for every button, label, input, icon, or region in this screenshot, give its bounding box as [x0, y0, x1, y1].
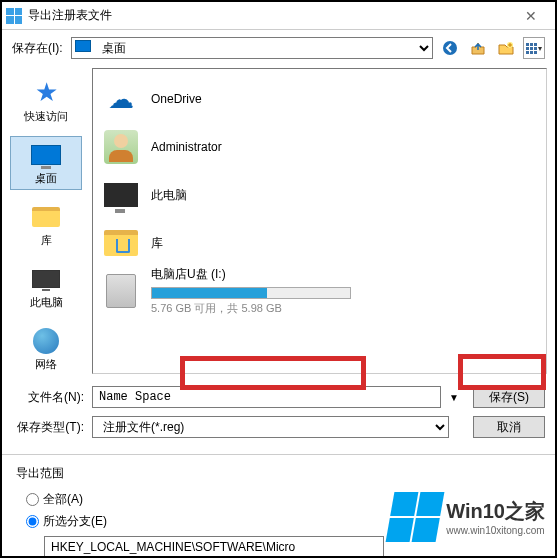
sidebar-item-label: 快速访问	[24, 109, 68, 124]
view-menu-button[interactable]: ▾	[523, 37, 545, 59]
star-icon: ★	[35, 77, 58, 108]
list-item[interactable]: 此电脑	[93, 171, 546, 219]
watermark: Win10之家 www.win10xitong.com	[390, 492, 545, 542]
sidebar-item-label: 库	[41, 233, 52, 248]
sidebar-item-label: 网络	[35, 357, 57, 372]
library-icon	[104, 230, 138, 256]
sidebar-item-label: 桌面	[35, 171, 57, 186]
sidebar-item-network[interactable]: 网络	[10, 322, 82, 376]
radio-branch-input[interactable]	[26, 515, 39, 528]
user-icon	[104, 130, 138, 164]
item-label: 此电脑	[151, 187, 187, 204]
window-title: 导出注册表文件	[28, 7, 511, 24]
disk-usage-bar	[151, 287, 351, 299]
desktop-icon	[31, 145, 61, 165]
item-label: 电脑店U盘 (I:)	[151, 266, 351, 283]
network-icon	[33, 328, 59, 354]
main-area: ★ 快速访问 桌面 库 此电脑 网络 ☁ OneDrive Administra…	[2, 66, 555, 376]
filetype-label: 保存类型(T):	[12, 419, 84, 436]
filename-input[interactable]	[92, 386, 441, 408]
folder-icon	[32, 207, 60, 227]
group-title: 导出范围	[16, 465, 541, 482]
sidebar-item-desktop[interactable]: 桌面	[10, 136, 82, 190]
list-item[interactable]: 电脑店U盘 (I:) 5.76 GB 可用，共 5.98 GB	[93, 267, 546, 315]
onedrive-icon: ☁	[108, 84, 134, 115]
watermark-url: www.win10xitong.com	[446, 525, 544, 536]
sidebar-item-libraries[interactable]: 库	[10, 198, 82, 252]
item-label: OneDrive	[151, 92, 202, 106]
save-in-label: 保存在(I):	[12, 40, 63, 57]
item-label: 库	[151, 235, 163, 252]
close-button[interactable]: ✕	[511, 2, 551, 30]
windows-logo-icon	[386, 492, 445, 542]
computer-icon	[32, 270, 60, 288]
svg-point-0	[443, 41, 457, 55]
titlebar: 导出注册表文件 ✕	[2, 2, 555, 30]
save-in-select[interactable]: 桌面	[71, 37, 433, 59]
cancel-button[interactable]: 取消	[473, 416, 545, 438]
filename-label: 文件名(N):	[12, 389, 84, 406]
item-label: Administrator	[151, 140, 222, 154]
chevron-down-icon: ▾	[538, 44, 542, 53]
list-item[interactable]: ☁ OneDrive	[93, 75, 546, 123]
branch-input[interactable]	[44, 536, 384, 558]
radio-all-label: 全部(A)	[43, 491, 83, 508]
places-sidebar: ★ 快速访问 桌面 库 此电脑 网络	[2, 66, 90, 376]
save-button[interactable]: 保存(S)	[473, 386, 545, 408]
radio-all-input[interactable]	[26, 493, 39, 506]
bottom-panel: 文件名(N): ▼ 保存(S) 保存类型(T): 注册文件(*.reg) 取消	[2, 376, 555, 448]
list-item[interactable]: Administrator	[93, 123, 546, 171]
back-icon[interactable]	[439, 37, 461, 59]
new-folder-icon[interactable]	[495, 37, 517, 59]
app-icon	[6, 8, 22, 24]
sidebar-item-thispc[interactable]: 此电脑	[10, 260, 82, 314]
separator	[2, 454, 555, 455]
computer-icon	[104, 183, 138, 207]
item-sublabel: 5.76 GB 可用，共 5.98 GB	[151, 301, 351, 316]
file-list[interactable]: ☁ OneDrive Administrator 此电脑 库 电脑店U盘 (I:…	[92, 68, 547, 374]
radio-branch-label: 所选分支(E)	[43, 513, 107, 530]
watermark-brand: Win10之家	[446, 498, 545, 525]
chevron-down-icon[interactable]: ▼	[449, 392, 465, 403]
disk-icon	[106, 274, 136, 308]
desktop-icon	[75, 40, 91, 52]
save-in-row: 保存在(I): 桌面 ▾	[2, 30, 555, 66]
list-item[interactable]: 库	[93, 219, 546, 267]
up-icon[interactable]	[467, 37, 489, 59]
sidebar-item-label: 此电脑	[30, 295, 63, 310]
sidebar-item-quickaccess[interactable]: ★ 快速访问	[10, 74, 82, 128]
filetype-select[interactable]: 注册文件(*.reg)	[92, 416, 449, 438]
